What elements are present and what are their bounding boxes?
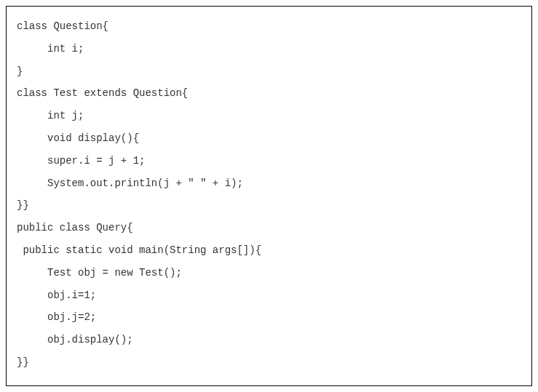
code-line: obj.j=2; [17,306,521,329]
code-line: public static void main(String args[]){ [17,239,521,262]
code-line: void display(){ [17,127,521,150]
code-line: } [17,60,521,83]
code-block: class Question{ int i; } class Test exte… [6,6,532,386]
code-line: Test obj = new Test(); [17,262,521,284]
code-line: public class Query{ [17,217,521,239]
code-line: class Test extends Question{ [17,82,521,105]
code-line: super.i = j + 1; [17,150,521,172]
code-line: int i; [17,38,521,60]
code-line: int j; [17,105,521,127]
code-line: }} [17,351,521,374]
code-line: obj.display(); [17,329,521,351]
code-line: }} [17,194,521,217]
code-line: class Question{ [17,15,521,38]
code-line: obj.i=1; [17,284,521,307]
code-line: System.out.println(j + " " + i); [17,172,521,195]
